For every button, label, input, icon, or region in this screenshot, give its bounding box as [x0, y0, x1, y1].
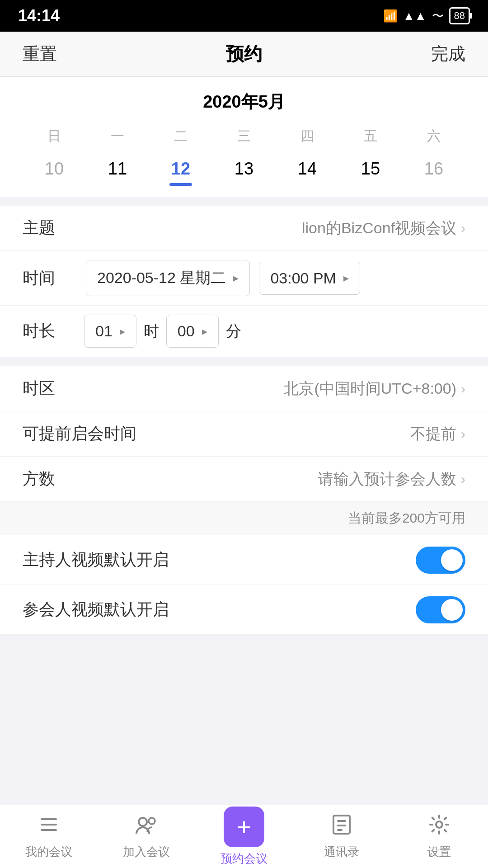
reset-button[interactable]: 重置	[23, 42, 57, 66]
contacts-label: 通讯录	[324, 844, 359, 860]
wifi-icon2: 〜	[432, 8, 444, 24]
duration-label: 时长	[23, 320, 77, 342]
early-start-text: 不提前	[410, 424, 456, 444]
weekday-sat: 六	[402, 127, 465, 146]
cal-day-15[interactable]: 15	[339, 155, 402, 188]
cal-day-11[interactable]: 11	[86, 155, 149, 188]
weekday-sun: 日	[23, 127, 86, 146]
calendar-section: 2020年5月 日 一 二 三 四 五 六 10 11 12 13 14 15 …	[0, 77, 488, 197]
weekday-mon: 一	[86, 127, 149, 146]
topic-value[interactable]: lion的BizConf视频会议 ›	[77, 218, 465, 239]
participant-video-row: 参会人视频默认开启	[0, 585, 488, 635]
info-text: 当前最多200方可用	[348, 510, 465, 525]
svg-rect-2	[41, 829, 57, 831]
battery-icon: 88	[449, 7, 470, 24]
join-meeting-icon	[135, 814, 158, 840]
date-picker[interactable]: 2020-05-12 星期二 ▸	[86, 260, 250, 296]
participants-row[interactable]: 方数 请输入预计参会人数 ›	[0, 457, 488, 502]
tab-settings[interactable]: 设置	[390, 814, 488, 860]
svg-point-3	[139, 818, 147, 826]
status-bar: 14:14 📶 ▲▲ 〜 88	[0, 0, 488, 32]
minutes-value: 00	[178, 322, 195, 340]
my-meetings-label: 我的会议	[25, 844, 72, 860]
join-meeting-label: 加入会议	[123, 844, 170, 860]
duration-row: 时长 01 ▸ 时 00 ▸ 分	[0, 306, 488, 357]
tab-bar: 我的会议 加入会议 + 预约会议 通讯录	[0, 805, 488, 868]
done-button[interactable]: 完成	[431, 42, 465, 66]
time-value: 03:00 PM	[270, 269, 336, 287]
topic-text: lion的BizConf视频会议	[302, 218, 456, 239]
cal-day-14[interactable]: 14	[276, 155, 339, 188]
timezone-text: 北京(中国时间UTC+8:00)	[283, 378, 456, 399]
hours-unit: 时	[144, 321, 159, 342]
settings-icon	[428, 814, 450, 840]
status-icons: 📶 ▲▲ 〜 88	[383, 7, 470, 24]
settings-label: 设置	[427, 844, 451, 860]
timezone-row[interactable]: 时区 北京(中国时间UTC+8:00) ›	[0, 366, 488, 411]
early-start-label: 可提前启会时间	[23, 423, 136, 445]
page-title: 预约	[226, 42, 262, 66]
schedule-add-icon[interactable]: +	[224, 807, 264, 847]
my-meetings-icon	[38, 814, 60, 840]
calendar-weekdays: 日 一 二 三 四 五 六	[23, 127, 465, 146]
participants-value[interactable]: 请输入预计参会人数 ›	[77, 469, 465, 490]
weekday-thu: 四	[276, 127, 339, 146]
tab-join-meeting[interactable]: 加入会议	[98, 814, 195, 860]
host-video-label: 主持人视频默认开启	[23, 549, 169, 571]
topic-row[interactable]: 主题 lion的BizConf视频会议 ›	[0, 206, 488, 251]
early-start-value[interactable]: 不提前 ›	[136, 424, 465, 444]
early-start-chevron: ›	[461, 426, 465, 442]
minutes-unit: 分	[226, 321, 241, 342]
svg-point-4	[149, 818, 155, 824]
svg-rect-6	[337, 820, 346, 822]
svg-rect-1	[41, 824, 57, 826]
host-video-toggle[interactable]	[416, 547, 465, 574]
weekday-tue: 二	[149, 127, 212, 146]
timezone-value[interactable]: 北京(中国时间UTC+8:00) ›	[77, 378, 465, 399]
tab-contacts[interactable]: 通讯录	[293, 814, 390, 860]
calendar-days: 10 11 12 13 14 15 16	[23, 155, 465, 188]
weekday-wed: 三	[212, 127, 276, 146]
svg-rect-7	[337, 825, 346, 826]
status-time: 14:14	[18, 6, 60, 25]
weekday-fri: 五	[339, 127, 402, 146]
time-row: 时间 2020-05-12 星期二 ▸ 03:00 PM ▸	[0, 251, 488, 306]
cal-day-10[interactable]: 10	[23, 155, 86, 188]
topic-chevron: ›	[461, 221, 465, 236]
participants-chevron: ›	[461, 472, 465, 487]
participants-label: 方数	[23, 468, 77, 490]
hours-arrow: ▸	[120, 325, 125, 338]
time-picker[interactable]: 03:00 PM ▸	[259, 262, 360, 295]
early-start-row[interactable]: 可提前启会时间 不提前 ›	[0, 411, 488, 457]
time-label: 时间	[23, 267, 77, 289]
svg-rect-0	[41, 818, 57, 820]
date-value: 2020-05-12 星期二	[97, 268, 226, 288]
participants-placeholder: 请输入预计参会人数	[318, 469, 456, 490]
schedule-meeting-label: 预约会议	[221, 851, 267, 867]
tab-schedule-meeting[interactable]: + 预约会议	[195, 807, 293, 867]
svg-rect-8	[337, 829, 343, 831]
nav-bar: 重置 预约 完成	[0, 32, 488, 77]
minutes-picker[interactable]: 00 ▸	[166, 315, 219, 348]
divider-2	[0, 357, 488, 366]
hours-value: 01	[95, 322, 113, 340]
svg-point-9	[436, 821, 442, 828]
host-video-row: 主持人视频默认开启	[0, 535, 488, 585]
signal-icon: 📶	[383, 9, 398, 23]
cal-day-12[interactable]: 12	[149, 155, 212, 188]
topic-label: 主题	[23, 217, 77, 239]
form-section: 主题 lion的BizConf视频会议 › 时间 2020-05-12 星期二 …	[0, 206, 488, 357]
date-arrow: ▸	[233, 272, 239, 284]
cal-day-16[interactable]: 16	[402, 155, 465, 188]
settings-section: 时区 北京(中国时间UTC+8:00) › 可提前启会时间 不提前 › 方数 请…	[0, 366, 488, 635]
participant-video-toggle[interactable]	[416, 596, 465, 623]
participant-video-label: 参会人视频默认开启	[23, 599, 169, 621]
timezone-label: 时区	[23, 377, 77, 400]
time-arrow: ▸	[343, 272, 349, 284]
wifi-icon: ▲▲	[403, 9, 426, 23]
timezone-chevron: ›	[461, 381, 465, 396]
minutes-arrow: ▸	[202, 325, 207, 338]
cal-day-13[interactable]: 13	[212, 155, 276, 188]
tab-my-meetings[interactable]: 我的会议	[0, 814, 98, 860]
hours-picker[interactable]: 01 ▸	[84, 315, 136, 348]
